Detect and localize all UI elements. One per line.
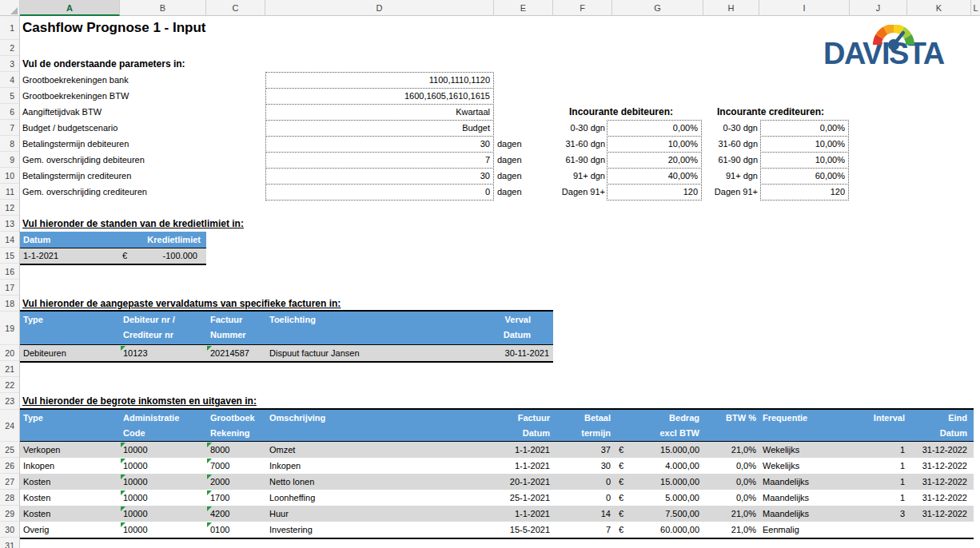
cell-betaal-termijn[interactable]: 7 [553, 522, 612, 538]
cell-type[interactable]: Kosten [20, 490, 120, 506]
cell-grootboek-rekening[interactable]: 1700 [206, 490, 265, 506]
cell-frequentie[interactable]: Maandelijks [759, 474, 850, 490]
cell-eind-datum[interactable]: 31-12-2022 [907, 506, 971, 522]
param-input[interactable]: 1600,1605,1610,1615 [265, 88, 494, 105]
cell-frequentie[interactable]: Wekelijks [759, 458, 850, 474]
cred-input[interactable]: 10,00% [760, 152, 849, 169]
row-header-8[interactable]: 8 [0, 136, 19, 152]
row-header-27[interactable]: 27 [0, 474, 19, 490]
cell-eind-datum[interactable]: 31-12-2022 [907, 442, 971, 458]
cred-input[interactable]: 0,00% [760, 120, 849, 137]
column-header-e[interactable]: E [494, 0, 553, 16]
column-header-h[interactable]: H [703, 0, 759, 16]
select-all-corner[interactable] [0, 0, 20, 16]
param-input[interactable]: 30 [265, 136, 494, 153]
cell-betaal-termijn[interactable]: 0 [553, 474, 612, 490]
row-header-12[interactable]: 12 [0, 200, 19, 216]
row-header-23[interactable]: 23 [0, 393, 19, 410]
cell-interval[interactable]: 1 [850, 458, 907, 474]
column-header-l[interactable]: L [971, 0, 980, 16]
row-header-1[interactable]: 1 [0, 16, 19, 40]
cell-frequentie[interactable]: Maandelijks [759, 490, 850, 506]
row-header-10[interactable]: 10 [0, 168, 19, 184]
cell-grootboek-rekening[interactable]: 2000 [206, 474, 265, 490]
row-header-29[interactable]: 29 [0, 506, 19, 522]
column-header-d[interactable]: D [265, 0, 494, 16]
row-header-6[interactable]: 6 [0, 104, 19, 120]
row-header-20[interactable]: 20 [0, 345, 19, 361]
row-header-14[interactable]: 14 [0, 232, 19, 248]
cell-administratie-code[interactable]: 10000 [120, 442, 206, 458]
row-header-16[interactable]: 16 [0, 264, 19, 280]
cell-grootboek-rekening[interactable]: 4200 [206, 506, 265, 522]
cell-administratie-code[interactable]: 10000 [120, 458, 206, 474]
cell-administratie-code[interactable]: 10000 [120, 522, 206, 538]
row-header-21[interactable]: 21 [0, 361, 19, 377]
cell-omschrijving[interactable]: Netto lonen [265, 474, 494, 490]
column-header-i[interactable]: I [759, 0, 850, 16]
row-header-15[interactable]: 15 [0, 248, 19, 264]
column-header-b[interactable]: B [120, 0, 206, 16]
cell-interval[interactable]: 1 [850, 474, 907, 490]
cell-interval[interactable]: 1 [850, 442, 907, 458]
row-header-17[interactable]: 17 [0, 280, 19, 296]
cell-interval[interactable] [850, 522, 907, 538]
cell-bedrag[interactable]: 15.000,00 [633, 474, 703, 490]
row-header-31[interactable]: 31 [0, 538, 19, 548]
row-header-13[interactable]: 13 [0, 216, 19, 232]
cell-btw[interactable]: 21,0% [703, 442, 759, 458]
cred-input[interactable]: 10,00% [760, 136, 849, 153]
cell-frequentie[interactable]: Wekelijks [759, 442, 850, 458]
column-header-c[interactable]: C [206, 0, 265, 16]
cell-kredietlimiet[interactable]: -100.000 [120, 248, 201, 264]
param-input[interactable]: 1100,1110,1120 [265, 72, 494, 89]
row-header-9[interactable]: 9 [0, 152, 19, 168]
row-header-3[interactable]: 3 [0, 56, 19, 72]
cell-btw[interactable]: 0,0% [703, 474, 759, 490]
cell-factuur-datum[interactable]: 1-1-2021 [494, 506, 553, 522]
cell-administratie-code[interactable]: 10000 [120, 474, 206, 490]
cell-eind-datum[interactable]: 31-12-2022 [907, 458, 971, 474]
cell-bedrag[interactable]: 7.500,00 [633, 506, 703, 522]
column-header-a[interactable]: A [20, 0, 120, 16]
cell-betaal-termijn[interactable]: 30 [553, 458, 612, 474]
cred-input[interactable]: 60,00% [760, 168, 849, 185]
cell-omschrijving[interactable]: Loonheffing [265, 490, 494, 506]
cell-omschrijving[interactable]: Inkopen [265, 458, 494, 474]
column-header-f[interactable]: F [553, 0, 612, 16]
cell-eind-datum[interactable] [907, 522, 971, 538]
cell-datum[interactable]: 1-1-2021 [20, 248, 120, 264]
row-header-26[interactable]: 26 [0, 458, 19, 474]
cell-btw[interactable]: 21,0% [703, 522, 759, 538]
row-header-24[interactable]: 24 [0, 410, 19, 442]
cell-btw[interactable]: 0,0% [703, 490, 759, 506]
cell-administratie-code[interactable]: 10000 [120, 490, 206, 506]
row-header-18[interactable]: 18 [0, 296, 19, 312]
cell-administratie-code[interactable]: 10000 [120, 506, 206, 522]
cell-bedrag[interactable]: 60.000,00 [633, 522, 703, 538]
row-header-7[interactable]: 7 [0, 120, 19, 136]
cell-omschrijving[interactable]: Investering [265, 522, 494, 538]
cell-btw[interactable]: 0,0% [703, 458, 759, 474]
cell-interval[interactable]: 3 [850, 506, 907, 522]
row-header-11[interactable]: 11 [0, 184, 19, 200]
cell-frequentie[interactable]: Maandelijks [759, 506, 850, 522]
cell-betaal-termijn[interactable]: 37 [553, 442, 612, 458]
cell-btw[interactable]: 21,0% [703, 506, 759, 522]
cell-bedrag[interactable]: 4.000,00 [633, 458, 703, 474]
cell-eind-datum[interactable]: 31-12-2022 [907, 474, 971, 490]
row-header-25[interactable]: 25 [0, 442, 19, 458]
cell-grootboek-rekening[interactable]: 0100 [206, 522, 265, 538]
cell-type[interactable]: Debiteuren [20, 345, 120, 361]
row-header-22[interactable]: 22 [0, 377, 19, 393]
cell-factuur-nummer[interactable]: 20214587 [206, 345, 265, 361]
param-input[interactable]: 30 [265, 168, 494, 185]
cell-type[interactable]: Overig [20, 522, 120, 538]
cell-interval[interactable]: 1 [850, 490, 907, 506]
row-header-4[interactable]: 4 [0, 72, 19, 88]
cell-bedrag[interactable]: 5.000,00 [633, 490, 703, 506]
cell-bedrag[interactable]: 15.000,00 [633, 442, 703, 458]
cell-eind-datum[interactable]: 31-12-2022 [907, 490, 971, 506]
cell-frequentie[interactable]: Eenmalig [759, 522, 850, 538]
row-header-28[interactable]: 28 [0, 490, 19, 506]
